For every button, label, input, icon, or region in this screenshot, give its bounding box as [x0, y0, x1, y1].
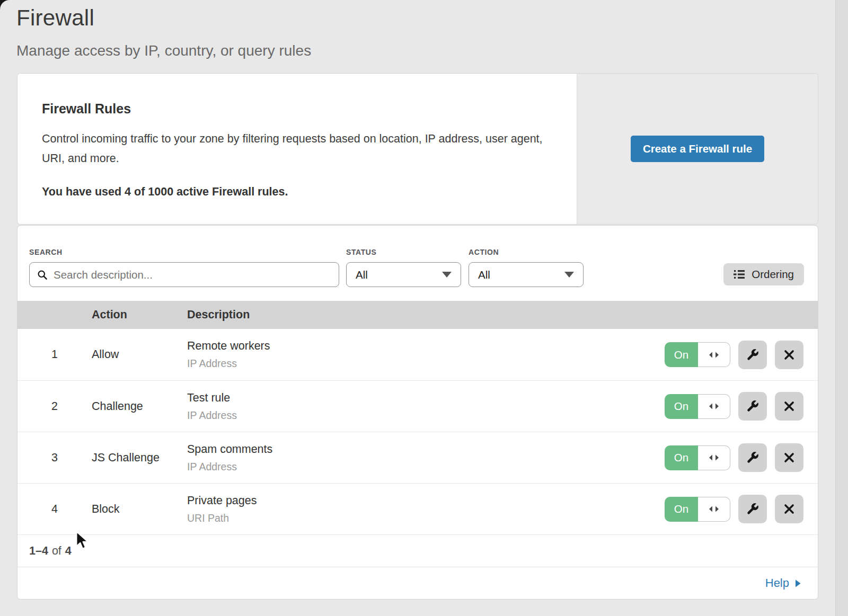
rule-controls: On: [665, 341, 818, 369]
ordered-list-icon: [734, 270, 745, 279]
rule-priority: 1: [17, 348, 92, 361]
edit-rule-button[interactable]: [738, 341, 767, 369]
toggle-handle-segment[interactable]: [698, 497, 730, 522]
search-group: SEARCH: [29, 248, 339, 287]
rule-action: Allow: [92, 348, 187, 361]
toggle-on-segment[interactable]: On: [665, 342, 698, 367]
action-select[interactable]: All: [469, 262, 584, 287]
wrench-icon: [746, 348, 759, 362]
action-label: ACTION: [469, 248, 584, 256]
filter-bar: SEARCH STATUS All A: [17, 226, 818, 301]
toggle-on-segment[interactable]: On: [665, 394, 698, 419]
rule-controls: On: [665, 443, 818, 472]
toggle-on-segment[interactable]: On: [665, 497, 698, 522]
card-description: Control incoming traffic to your zone by…: [42, 129, 545, 168]
right-edge-shade: [835, 0, 848, 616]
wrench-icon: [746, 451, 759, 465]
left-right-arrows-icon: [708, 403, 720, 410]
right-triangle-icon: [794, 579, 801, 588]
action-column-header: Action: [92, 308, 187, 322]
status-label: STATUS: [346, 248, 461, 256]
delete-rule-button[interactable]: [775, 392, 803, 421]
rule-match-type: IP Address: [187, 461, 665, 473]
close-icon: [783, 503, 796, 515]
search-input[interactable]: [54, 269, 331, 281]
status-group: STATUS All: [346, 248, 461, 287]
rule-description: Spam comments: [187, 443, 665, 456]
rule-enabled-toggle[interactable]: On: [665, 394, 730, 419]
rule-description-cell: Remote workers IP Address: [187, 340, 665, 370]
rule-enabled-toggle[interactable]: On: [665, 342, 730, 367]
rule-match-type: URI Path: [187, 512, 665, 524]
delete-rule-button[interactable]: [775, 443, 803, 472]
help-link-label: Help: [765, 576, 789, 590]
pagination-of: of: [52, 544, 61, 558]
rule-priority: 2: [17, 400, 92, 413]
chevron-down-icon: [442, 272, 452, 278]
rule-priority: 3: [17, 451, 92, 465]
rule-description: Test rule: [187, 391, 665, 405]
card-heading: Firewall Rules: [42, 101, 545, 117]
pagination-total: 4: [65, 544, 72, 558]
rule-action: Challenge: [92, 400, 187, 413]
status-selected-value: All: [356, 269, 368, 281]
page-header: Firewall Manage access by IP, country, o…: [0, 0, 848, 59]
left-right-arrows-icon: [708, 351, 720, 359]
rules-list-card: SEARCH STATUS All A: [17, 226, 818, 599]
left-right-arrows-icon: [708, 505, 720, 513]
rule-description: Private pages: [187, 494, 665, 507]
wrench-icon: [746, 399, 759, 413]
toggle-handle-segment[interactable]: [698, 394, 730, 419]
close-icon: [783, 349, 796, 361]
table-row: 4 Block Private pages URI Path On: [17, 483, 818, 534]
action-selected-value: All: [478, 269, 490, 281]
status-select[interactable]: All: [346, 262, 461, 287]
rule-description-cell: Spam comments IP Address: [187, 443, 665, 473]
rule-enabled-toggle[interactable]: On: [665, 445, 730, 470]
firewall-page: Firewall Manage access by IP, country, o…: [0, 0, 848, 616]
rule-priority: 4: [17, 503, 92, 516]
firewall-rules-card-text: Firewall Rules Control incoming traffic …: [17, 74, 577, 224]
table-row: 3 JS Challenge Spam comments IP Address …: [17, 432, 818, 483]
delete-rule-button[interactable]: [775, 341, 803, 369]
search-icon: [37, 270, 48, 280]
rule-match-type: IP Address: [187, 409, 665, 422]
edit-rule-button[interactable]: [738, 495, 767, 523]
chevron-down-icon: [564, 272, 574, 278]
page-subtitle: Manage access by IP, country, or query r…: [16, 42, 848, 59]
delete-rule-button[interactable]: [775, 495, 803, 523]
screen: Firewall Manage access by IP, country, o…: [0, 0, 848, 616]
rules-table-body: 1 Allow Remote workers IP Address On: [17, 329, 818, 534]
card-footer: Help: [17, 567, 818, 599]
edit-rule-button[interactable]: [738, 392, 767, 421]
table-header: Action Description: [17, 301, 818, 329]
edit-rule-button[interactable]: [738, 443, 767, 472]
close-icon: [783, 400, 796, 413]
create-rule-panel: Create a Firewall rule: [577, 74, 818, 224]
search-box[interactable]: [29, 262, 339, 287]
usage-summary: You have used 4 of 1000 active Firewall …: [42, 185, 545, 199]
create-firewall-rule-button[interactable]: Create a Firewall rule: [631, 136, 764, 162]
page-title: Firewall: [16, 5, 848, 31]
ordering-button-label: Ordering: [752, 268, 794, 281]
search-label: SEARCH: [29, 248, 339, 256]
rule-action: JS Challenge: [92, 451, 187, 465]
table-row: 1 Allow Remote workers IP Address On: [17, 329, 818, 380]
table-row: 2 Challenge Test rule IP Address On: [17, 380, 818, 432]
action-group: ACTION All: [469, 248, 584, 287]
rule-controls: On: [665, 495, 818, 523]
ordering-button[interactable]: Ordering: [723, 263, 804, 285]
rule-description-cell: Test rule IP Address: [187, 391, 665, 422]
rule-action: Block: [92, 503, 187, 516]
rule-description-cell: Private pages URI Path: [187, 494, 665, 524]
left-right-arrows-icon: [708, 454, 720, 461]
toggle-handle-segment[interactable]: [698, 342, 730, 367]
rule-enabled-toggle[interactable]: On: [665, 497, 730, 522]
help-link[interactable]: Help: [765, 576, 801, 590]
description-column-header: Description: [187, 308, 818, 322]
firewall-rules-card: Firewall Rules Control incoming traffic …: [17, 74, 818, 224]
rule-description: Remote workers: [187, 340, 665, 353]
toggle-handle-segment[interactable]: [698, 445, 730, 470]
toggle-on-segment[interactable]: On: [665, 445, 698, 470]
rule-match-type: IP Address: [187, 358, 665, 370]
